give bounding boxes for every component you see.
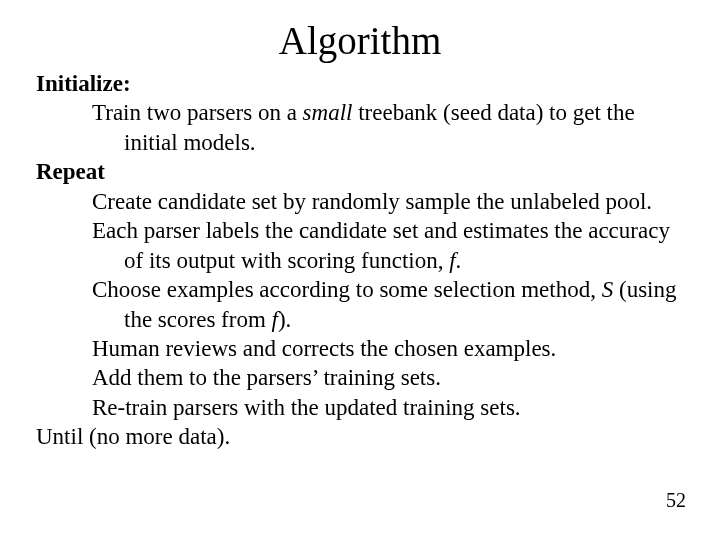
text: Train two parsers on a — [92, 100, 303, 125]
slide: Algorithm Initialize: Train two parsers … — [0, 0, 720, 540]
text: ). — [278, 307, 291, 332]
text: . — [456, 248, 462, 273]
initialize-label: Initialize: — [36, 69, 686, 98]
text-italic: S — [602, 277, 614, 302]
repeat-label: Repeat — [36, 157, 686, 186]
slide-body: Initialize: Train two parsers on a small… — [0, 69, 720, 452]
repeat-step: Human reviews and corrects the chosen ex… — [64, 334, 686, 363]
repeat-step: Create candidate set by randomly sample … — [64, 187, 686, 216]
until-label: Until (no more data). — [36, 422, 686, 451]
page-number: 52 — [666, 489, 686, 512]
repeat-step: Re-train parsers with the updated traini… — [64, 393, 686, 422]
repeat-step: Each parser labels the candidate set and… — [64, 216, 686, 275]
text-italic: small — [303, 100, 353, 125]
initialize-step: Train two parsers on a small treebank (s… — [64, 98, 686, 157]
text: Each parser labels the candidate set and… — [92, 218, 670, 272]
repeat-step: Add them to the parsers’ training sets. — [64, 363, 686, 392]
text: Choose examples according to some select… — [92, 277, 602, 302]
slide-title: Algorithm — [0, 0, 720, 69]
repeat-step: Choose examples according to some select… — [64, 275, 686, 334]
